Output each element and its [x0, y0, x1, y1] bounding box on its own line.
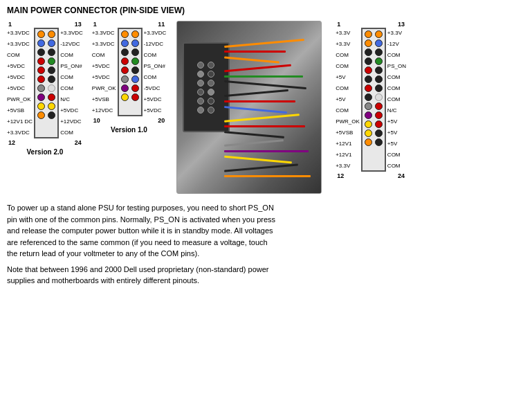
right-label-row: COM	[387, 72, 406, 83]
pin-right	[375, 120, 383, 128]
pin-right	[48, 111, 55, 119]
right-label-row: +5VDC	[60, 105, 83, 116]
v3-pins-labels: +3.3V+3.3VCOMCOM+5VCOM+5VCOMPWR_OK+5VSB+…	[336, 28, 406, 172]
pin-left	[37, 66, 45, 74]
pin-left	[365, 30, 372, 38]
cable-line	[224, 75, 303, 78]
pin-left	[365, 111, 372, 119]
left-label-row: +3.3V	[336, 161, 360, 172]
right-label-row: COM	[387, 94, 406, 105]
cable-line	[224, 114, 300, 122]
v3-right-labels: +3.3V-12VCOMPS_ONCOMCOMCOMN/C+5V+5V+5VCO…	[386, 28, 406, 172]
v2-num-13: 13	[75, 21, 82, 28]
v2-right-labels: +3.3VDC-12VDCCOMPS_ON#COMCOMN/C+5VDC+12V…	[59, 28, 83, 138]
pin-right	[375, 30, 383, 38]
right-label-row: COM	[60, 50, 83, 61]
pin-left	[121, 30, 129, 38]
pin-right	[131, 30, 139, 38]
right-label-row: COM	[387, 161, 406, 172]
right-label-row: +5V	[387, 138, 406, 150]
v1-header-numbers: 1 11	[92, 21, 166, 28]
pin-left	[37, 57, 45, 65]
v2-num-1: 1	[8, 21, 12, 28]
v2-num-24: 24	[75, 139, 82, 146]
v2-left-labels: +3.3VDC+3.3VDCCOM+5VDC+5VDC+5VDCPWR_OK+5…	[7, 28, 34, 138]
v2-footer-numbers: 12 24	[7, 139, 83, 146]
v3-footer-numbers: 12 24	[336, 172, 406, 179]
pin-left	[365, 75, 372, 83]
cable-line	[224, 100, 295, 102]
pin-right	[375, 66, 383, 74]
v1-pins-labels: +3.3VDC+3.3VDCCOM+5VDC+5VDCPWR_OK+5VSB+1…	[92, 28, 166, 116]
right-label-row: -12V	[387, 39, 406, 50]
right-label-row: COM	[387, 83, 406, 94]
v3-connector-body	[361, 28, 386, 172]
left-label-row: COM	[336, 83, 360, 94]
cable-line	[224, 163, 298, 172]
pin-left	[37, 93, 45, 101]
pin-right	[131, 39, 139, 47]
left-label-row: COM	[336, 61, 360, 72]
v1-version-label: Version 1.0	[111, 126, 147, 134]
pin-right	[131, 75, 139, 83]
pin-right	[375, 39, 383, 47]
pin-right	[48, 93, 55, 101]
right-label-row: COM	[144, 50, 167, 61]
left-label-row: +5VDC	[7, 83, 33, 94]
pin-left	[365, 84, 372, 92]
pin-right	[131, 93, 139, 101]
pin-right	[48, 75, 55, 83]
right-label-row: N/C	[387, 105, 406, 116]
v3-num-13: 13	[398, 21, 405, 28]
left-label-row: +3.3VDC	[7, 127, 33, 138]
right-label-row: COM	[387, 50, 406, 61]
left-label-row: +3.3VDC	[92, 28, 116, 39]
right-label-row: +3.3V	[387, 28, 406, 39]
cable-line	[224, 175, 311, 177]
left-label-row: +3.3VDC	[7, 28, 33, 39]
pin-left	[121, 84, 129, 92]
left-label-row: +3.3VDC	[92, 39, 116, 50]
pin-right	[48, 102, 55, 110]
right-label-row: +3.3VDC	[60, 28, 83, 39]
pin-right	[131, 66, 139, 74]
left-label-row: +12V1	[336, 138, 360, 150]
description-1: To power up a stand alone PSU for testin…	[7, 202, 277, 260]
left-label-row: +3.3V	[336, 28, 360, 39]
right-label-row: COM	[60, 72, 83, 83]
v1-num-20: 20	[158, 117, 165, 124]
left-diagrams: 1 13 +3.3VDC+3.3VDCCOM+5VDC+5VDC+5VDCPWR…	[7, 21, 169, 156]
right-label-row: COM	[144, 72, 167, 83]
text-section: To power up a stand alone PSU for testin…	[7, 202, 277, 287]
diagrams-area: 1 13 +3.3VDC+3.3VDCCOM+5VDC+5VDC+5VDCPWR…	[7, 21, 525, 194]
left-label-row: +5VSB	[92, 94, 116, 105]
v1-connector-body	[118, 28, 143, 116]
pin-right	[48, 30, 55, 38]
pin-left	[121, 75, 129, 83]
cable-line	[224, 139, 284, 147]
left-label-row: +5V	[336, 94, 360, 105]
cable-line	[224, 57, 279, 64]
diagram-v2: 1 13 +3.3VDC+3.3VDCCOM+5VDC+5VDC+5VDCPWR…	[7, 21, 83, 156]
pin-right	[375, 75, 383, 83]
left-label-row: +12V1 DC	[7, 116, 33, 127]
v2-version-label: Version 2.0	[27, 148, 64, 156]
pin-right	[48, 48, 55, 56]
cables-visual	[224, 21, 321, 194]
v3-num-1: 1	[337, 21, 340, 28]
v3-pins-grid	[364, 30, 383, 146]
left-label-row: +5VDC	[7, 72, 33, 83]
right-label-row: -12VDC	[60, 39, 83, 50]
pin-right	[375, 84, 383, 92]
photo-connector-body	[183, 42, 230, 132]
cable-line	[224, 125, 305, 127]
photo-connector	[176, 21, 322, 194]
v3-header-numbers: 1 13	[336, 21, 406, 28]
pin-right	[375, 138, 383, 146]
right-label-row: PS_ON	[387, 61, 406, 72]
right-label-row: +3.3VDC	[144, 28, 167, 39]
left-label-row: COM	[92, 50, 116, 61]
right-label-row: +12VDC	[60, 116, 83, 127]
pin-left	[365, 129, 372, 137]
pin-right	[48, 39, 55, 47]
